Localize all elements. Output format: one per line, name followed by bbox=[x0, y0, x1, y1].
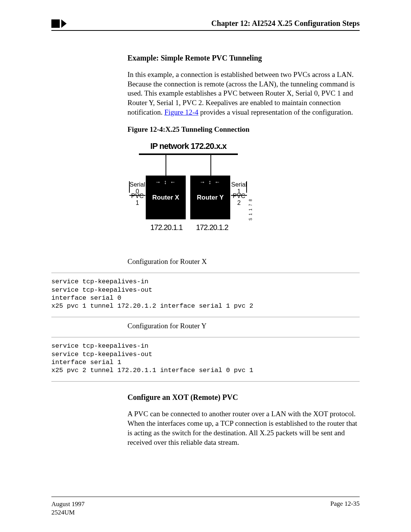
para-text-after: provides a visual representation of the … bbox=[198, 108, 353, 116]
router-x-label: Router X bbox=[152, 194, 179, 201]
chapter-title: Chapter 12: AI2524 X.25 Configuration St… bbox=[211, 19, 360, 28]
divider bbox=[51, 273, 360, 273]
section-paragraph: In this example, a connection is establi… bbox=[127, 70, 360, 117]
content-column: Example: Simple Remote PVC Tunneling In … bbox=[127, 54, 360, 266]
config-y-label: Configuration for Router Y bbox=[127, 322, 360, 330]
config-x-block: service tcp-keepalives-in service tcp-ke… bbox=[51, 273, 360, 317]
figure-link[interactable]: Figure 12-4 bbox=[164, 108, 198, 116]
section-heading-example: Example: Simple Remote PVC Tunneling bbox=[127, 54, 360, 62]
footer-date: August 1997 bbox=[51, 500, 84, 508]
config-x-code: service tcp-keepalives-in service tcp-ke… bbox=[51, 278, 360, 310]
drop-line-right bbox=[210, 155, 211, 176]
pvc2-label: PVC 2 bbox=[231, 193, 247, 206]
divider bbox=[51, 317, 360, 317]
figure-caption: Figure 12-4:X.25 Tunneling Connection bbox=[127, 125, 360, 134]
section-paragraph-xot: A PVC can be connected to another router… bbox=[127, 409, 360, 447]
router-y-ip: 172.20.1.2 bbox=[196, 223, 228, 232]
page-header: Chapter 12: AI2524 X.25 Configuration St… bbox=[51, 19, 360, 31]
router-x-arrows-icon: → ↕ ← bbox=[146, 179, 186, 185]
footer-left: August 1997 2524UM bbox=[51, 500, 84, 517]
footer-page: Page 12-35 bbox=[330, 500, 360, 517]
router-y-label: Router Y bbox=[197, 194, 224, 201]
config-x-label: Configuration for Router X bbox=[127, 257, 360, 266]
router-y-arrows-icon: → ↕ ← bbox=[190, 179, 230, 185]
pvc1-label: PVC 1 bbox=[129, 193, 145, 206]
network-bus-line bbox=[139, 153, 238, 155]
config-y-code: service tcp-keepalives-in service tcp-ke… bbox=[51, 342, 360, 374]
divider bbox=[51, 381, 360, 382]
footer-doc: 2524UM bbox=[51, 509, 75, 516]
router-x-box: → ↕ ← Router X bbox=[146, 176, 186, 219]
router-y-box: → ↕ ← Router Y bbox=[190, 176, 230, 219]
ip-network-label: IP network 172.20.x.x bbox=[127, 141, 249, 151]
divider bbox=[51, 337, 360, 337]
section-heading-xot: Configure an XOT (Remote) PVC bbox=[127, 393, 360, 402]
config-y-block: service tcp-keepalives-in service tcp-ke… bbox=[51, 337, 360, 382]
content-column: Configuration for Router Y bbox=[127, 322, 360, 330]
router-x-ip: 172.20.1.1 bbox=[150, 223, 183, 232]
logo-icon bbox=[51, 19, 68, 28]
figure-diagram: IP network 172.20.x.x Serial 0 PVC 1 Ser… bbox=[127, 141, 249, 248]
figure-side-number: S 1 1 7 8 bbox=[249, 198, 253, 220]
page: Chapter 12: AI2524 X.25 Configuration St… bbox=[0, 0, 411, 532]
drop-line-left bbox=[166, 155, 166, 176]
page-footer: August 1997 2524UM Page 12-35 bbox=[51, 497, 360, 517]
content-column: Configure an XOT (Remote) PVC A PVC can … bbox=[127, 393, 360, 447]
